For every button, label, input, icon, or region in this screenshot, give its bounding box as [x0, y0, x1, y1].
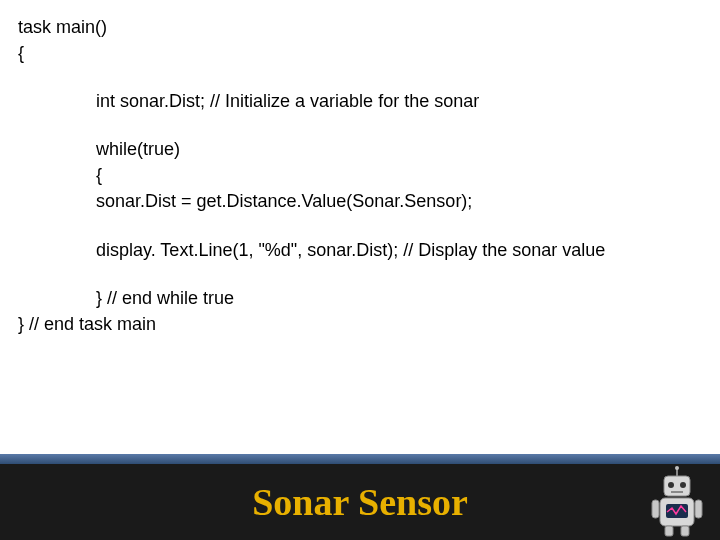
code-line: } // end while true	[18, 285, 702, 311]
divider	[0, 454, 720, 464]
code-line: } // end task main	[18, 311, 702, 337]
code-line: task main()	[18, 14, 702, 40]
code-line: {	[18, 162, 702, 188]
svg-rect-8	[652, 500, 659, 518]
svg-point-3	[668, 482, 674, 488]
svg-rect-10	[665, 526, 673, 536]
svg-rect-9	[695, 500, 702, 518]
code-block: task main() { int sonar.Dist; // Initial…	[0, 0, 720, 337]
code-line: while(true)	[18, 136, 702, 162]
code-line: {	[18, 40, 702, 66]
code-line: int sonar.Dist; // Initialize a variable…	[18, 88, 702, 114]
code-line: display. Text.Line(1, "%d", sonar.Dist);…	[18, 237, 702, 263]
slide-title: Sonar Sensor	[252, 480, 468, 524]
slide-footer: Sonar Sensor	[0, 454, 720, 540]
svg-rect-5	[671, 491, 683, 493]
svg-rect-11	[681, 526, 689, 536]
code-line: sonar.Dist = get.Distance.Value(Sonar.Se…	[18, 188, 702, 214]
title-bar: Sonar Sensor	[0, 464, 720, 540]
svg-point-4	[680, 482, 686, 488]
svg-point-1	[675, 466, 679, 470]
robot-icon	[648, 466, 706, 538]
